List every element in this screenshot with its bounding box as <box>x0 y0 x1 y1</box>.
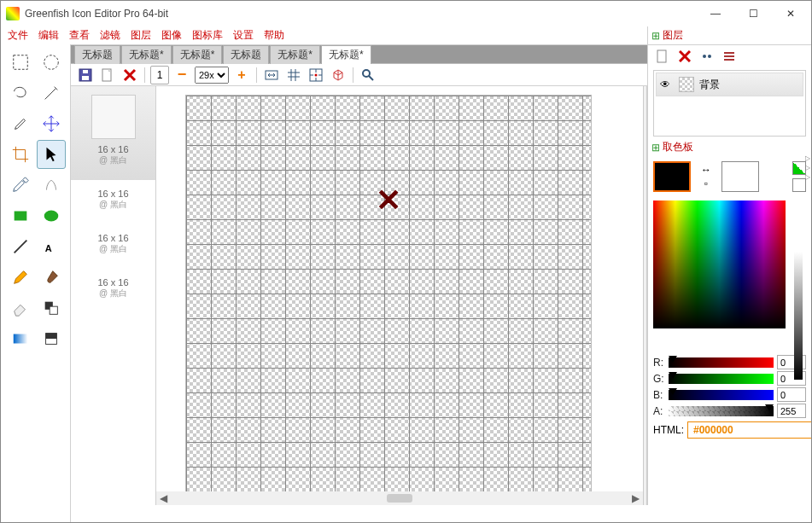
menu-layer[interactable]: 图层 <box>131 28 151 43</box>
layer-list[interactable]: 👁 背景 <box>653 70 806 137</box>
layer-props-button[interactable] <box>698 47 716 66</box>
g-slider[interactable] <box>669 374 774 384</box>
scroll-left-icon[interactable]: ◀ <box>160 492 167 504</box>
right-panel-tabs[interactable]: ▷▷▷ <box>803 154 812 182</box>
doc-tab-3[interactable]: 无标题 <box>223 45 269 64</box>
workspace: 16 x 16 @ 黑白 16 x 16 @ 黑白 16 x 16 @ 黑白 1… <box>71 86 647 505</box>
menu-file[interactable]: 文件 <box>8 28 28 43</box>
pencil-tool[interactable] <box>6 263 35 292</box>
doc-tab-5[interactable]: 无标题* <box>321 45 371 64</box>
doc-tab-1[interactable]: 无标题* <box>121 45 172 64</box>
merge-layers-button[interactable] <box>720 47 739 66</box>
add-frame-button[interactable]: + <box>232 66 251 84</box>
line-tool[interactable] <box>6 232 35 261</box>
bucket-tool[interactable] <box>37 324 66 353</box>
remove-frame-button[interactable]: − <box>172 66 191 84</box>
minimize-button[interactable]: — <box>697 2 734 26</box>
zoom-tool-button[interactable] <box>359 66 377 84</box>
menu-view[interactable]: 查看 <box>69 28 90 43</box>
main-area: 无标题 无标题* 无标题* 无标题 无标题* 无标题* 1 − 29x + <box>1 45 811 505</box>
svg-rect-18 <box>657 50 666 62</box>
swatches: ↔ ▫ <box>648 156 811 197</box>
app-icon <box>6 7 20 20</box>
a-slider-row: A: <box>648 403 811 419</box>
crop-tool[interactable] <box>6 140 35 169</box>
save-button[interactable] <box>76 66 95 84</box>
svg-point-16 <box>315 73 318 76</box>
swap-colors-icon[interactable]: ↔ <box>701 164 711 176</box>
move-tool[interactable] <box>37 109 66 138</box>
frame-list[interactable]: 16 x 16 @ 黑白 16 x 16 @ 黑白 16 x 16 @ 黑白 1… <box>71 86 156 505</box>
frame-count[interactable]: 1 <box>150 66 169 84</box>
frame-thumb-0[interactable]: 16 x 16 @ 黑白 <box>71 86 155 180</box>
layer-thumb <box>679 77 694 92</box>
html-color-input[interactable] <box>687 421 812 439</box>
pen-tool[interactable] <box>6 109 35 138</box>
b-slider[interactable] <box>669 390 774 400</box>
shape-ellipse-tool[interactable] <box>37 201 66 230</box>
lasso-tool[interactable] <box>6 78 35 108</box>
document-tabs: 无标题 无标题* 无标题* 无标题 无标题* 无标题* <box>71 45 647 64</box>
svg-rect-12 <box>83 70 88 73</box>
right-panel: ⊞图层 👁 背景 ⊞取色板 ↔ ▫ <box>647 26 811 505</box>
doc-tab-2[interactable]: 无标题* <box>172 45 223 64</box>
menu-library[interactable]: 图标库 <box>192 28 223 43</box>
background-swatch[interactable] <box>721 161 759 192</box>
layer-toolbar <box>648 44 811 68</box>
menu-settings[interactable]: 设置 <box>233 28 254 43</box>
clone-tool[interactable] <box>37 293 66 323</box>
center-button[interactable] <box>307 66 325 84</box>
new-page-button[interactable] <box>98 66 117 84</box>
close-button[interactable]: ✕ <box>772 2 809 26</box>
pointer-tool[interactable] <box>37 140 66 169</box>
html-label: HTML: <box>653 424 684 436</box>
delete-button[interactable] <box>120 66 139 84</box>
zoom-select[interactable]: 29x <box>195 67 229 84</box>
canvas-container: ✕ ◀ ▶ <box>156 86 643 505</box>
menu-help[interactable]: 帮助 <box>264 28 284 43</box>
eraser-tool[interactable] <box>6 293 35 323</box>
delete-layer-button[interactable] <box>675 47 694 66</box>
default-colors-icon[interactable]: ▫ <box>704 177 708 189</box>
maximize-button[interactable]: ☐ <box>734 2 772 26</box>
value-slider[interactable] <box>794 252 803 380</box>
layer-visibility-icon[interactable]: 👁 <box>660 78 674 90</box>
doc-tab-0[interactable]: 无标题 <box>74 45 120 64</box>
canvas-content-x: ✕ <box>376 183 401 218</box>
shape-rect-tool[interactable] <box>6 201 35 230</box>
gradient-tool[interactable] <box>6 324 35 353</box>
doc-tab-4[interactable]: 无标题* <box>270 45 320 64</box>
menu-edit[interactable]: 编辑 <box>38 28 59 43</box>
layers-panel-title[interactable]: ⊞图层 <box>648 26 811 44</box>
h-scrollbar[interactable]: ◀ ▶ <box>156 491 643 505</box>
foreground-swatch[interactable] <box>653 161 691 192</box>
grid-button[interactable] <box>284 66 303 84</box>
b-value[interactable] <box>777 387 806 402</box>
marquee-ellipse-tool[interactable] <box>37 48 66 77</box>
svg-point-20 <box>708 55 711 58</box>
frame-thumb-2[interactable]: 16 x 16 @ 黑白 <box>71 224 155 269</box>
fit-button[interactable] <box>262 66 281 84</box>
svg-text:A: A <box>44 243 51 253</box>
frame-thumb-3[interactable]: 16 x 16 @ 黑白 <box>71 269 155 313</box>
layer-row-bg[interactable]: 👁 背景 <box>656 73 803 96</box>
a-slider[interactable] <box>669 406 774 416</box>
smudge-tool[interactable] <box>37 171 66 200</box>
color-panel-title[interactable]: ⊞取色板 <box>648 138 811 156</box>
text-tool[interactable]: A <box>37 232 66 261</box>
r-slider[interactable] <box>669 357 774 368</box>
new-layer-button[interactable] <box>653 47 672 66</box>
menu-filter[interactable]: 滤镜 <box>100 28 120 43</box>
color-picker[interactable] <box>653 200 786 328</box>
brush-tool[interactable] <box>37 263 66 292</box>
wand-tool[interactable] <box>37 78 66 108</box>
menu-image[interactable]: 图像 <box>161 28 182 43</box>
3d-button[interactable] <box>329 66 348 84</box>
marquee-rect-tool[interactable] <box>6 48 35 77</box>
frame-thumb-1[interactable]: 16 x 16 @ 黑白 <box>71 180 155 224</box>
scroll-right-icon[interactable]: ▶ <box>632 492 640 504</box>
a-value[interactable] <box>777 404 806 418</box>
svg-rect-2 <box>14 212 26 221</box>
canvas[interactable]: ✕ <box>185 95 592 501</box>
eyedropper-tool[interactable] <box>6 171 35 200</box>
